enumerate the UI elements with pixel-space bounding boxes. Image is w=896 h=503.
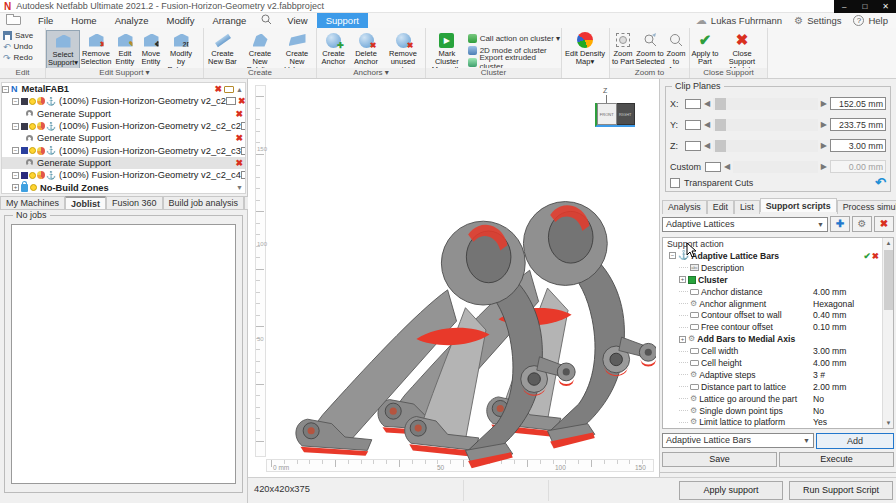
view-cube-right-face[interactable]: RIGHT [617, 103, 636, 125]
clip-slider[interactable] [713, 119, 818, 131]
scroll-down-icon[interactable]: ▼ [883, 418, 894, 428]
arrow-left-icon[interactable]: ◀ [704, 99, 710, 108]
delete-icon[interactable]: ✖ [215, 84, 223, 94]
tab-process-simulation[interactable]: Process simulation [837, 200, 896, 214]
view-cube-front-face[interactable]: FRONT [597, 103, 617, 125]
arrow-right-icon[interactable]: ▶ [821, 141, 827, 150]
reset-clip-icon[interactable]: ↶ [875, 178, 886, 188]
tree-row-root[interactable]: −NMetalFAB1✖▲ [2, 83, 245, 95]
folder-icon[interactable] [224, 86, 234, 93]
expander-icon[interactable]: − [12, 123, 19, 130]
param-value[interactable]: 4.00 mm [813, 287, 846, 297]
viewport-3d[interactable]: 15010050 0 mm50100150 Z FRONT RIGHT [248, 79, 660, 477]
clip-slider[interactable] [713, 98, 818, 110]
support-action-row[interactable]: Distance part to lattice2.00 mm [663, 381, 893, 393]
support-action-row[interactable]: ⚙Lattice go around the partNo [663, 393, 893, 405]
edit-entity-button[interactable]: ✎ Edit Entity [112, 30, 138, 67]
move-entity-button[interactable]: ✥ Move Entity [138, 30, 164, 67]
save-button[interactable]: Save [0, 30, 45, 41]
tab-edit[interactable]: Edit [707, 200, 734, 214]
remove-cross-icon[interactable]: ✖ [872, 251, 879, 261]
zoom-to-part-button[interactable]: Zoom to Part [610, 30, 636, 67]
param-value[interactable]: No [813, 394, 824, 404]
orientation-indicator[interactable]: Z FRONT RIGHT [593, 87, 637, 129]
run-support-script-button[interactable]: Run Support Script [789, 481, 893, 500]
clip-checkbox[interactable] [705, 162, 721, 172]
open-file-icon[interactable] [6, 16, 21, 25]
expander-icon[interactable]: − [12, 98, 19, 105]
param-value[interactable]: Hexagonal [813, 299, 854, 309]
visibility-bulb-icon[interactable] [29, 123, 36, 130]
scroll-up-icon[interactable]: ▲ [883, 238, 894, 248]
param-value[interactable]: 3.00 mm [813, 346, 846, 356]
model-3d-render[interactable] [266, 165, 656, 495]
visibility-bulb-icon[interactable] [29, 147, 36, 154]
expander-icon[interactable]: + [679, 336, 686, 343]
tree-row-part[interactable]: −⚓(100%) Fusion-Horizon-Geometry v2_c2_c… [2, 120, 245, 132]
menu-view[interactable]: View [278, 13, 316, 28]
visibility-bulb-icon[interactable] [29, 98, 36, 105]
search-icon[interactable] [261, 14, 272, 27]
param-value[interactable]: No [813, 406, 824, 416]
minimize-button[interactable]: – [834, 0, 855, 13]
add-script-button[interactable]: ✚ [830, 216, 850, 232]
delete-anchor-button[interactable]: ✖ Delete Anchor [350, 30, 382, 67]
support-action-row[interactable]: ⚙Limit lattice to platformYes [663, 416, 893, 428]
clip-checkbox[interactable] [685, 120, 701, 130]
redo-button[interactable]: ↷Redo [0, 52, 45, 63]
expander-icon[interactable]: − [2, 86, 9, 93]
clip-value-input[interactable]: 152.05 mm [830, 97, 886, 110]
clip-value-input[interactable]: 233.75 mm [830, 118, 886, 131]
edit-density-map-button[interactable]: Edit Density Map▾ [562, 30, 608, 67]
tree-row-part[interactable]: −⚓(100%) Fusion-Horizon-Geometry v2_c2_c… [2, 144, 245, 156]
confirm-check-icon[interactable]: ✔ [864, 251, 871, 261]
tree-row-zones[interactable]: +No-Build Zones▼ [2, 181, 245, 193]
delete-icon[interactable]: ✖ [238, 96, 246, 106]
tab-my-machines[interactable]: My Machines [0, 196, 65, 209]
clip-slider-thumb[interactable] [715, 98, 726, 110]
expander-icon[interactable]: + [12, 184, 19, 191]
support-scrollbar[interactable]: ▲ ▼ [882, 238, 893, 428]
delete-icon[interactable]: ✖ [235, 133, 243, 143]
select-support-button[interactable]: Select Support▾ [46, 30, 80, 69]
clip-slider[interactable] [713, 140, 818, 152]
support-action-row[interactable]: Anchor distance4.00 mm [663, 286, 893, 298]
apply-to-part-button[interactable]: ✔ Apply to Part [690, 30, 720, 67]
clip-value-input[interactable]: 0.00 mm [830, 160, 886, 173]
create-anchor-button[interactable]: ✚ Create Anchor [317, 30, 350, 67]
tab-list[interactable]: List [734, 200, 760, 214]
action-type-dropdown[interactable]: Adaptive Lattice Bars▼ [662, 433, 814, 448]
expander-icon[interactable]: + [679, 276, 686, 283]
param-value[interactable]: 0.40 mm [813, 310, 846, 320]
arrow-left-icon[interactable]: ◀ [704, 141, 710, 150]
call-action-on-cluster-option[interactable]: Call action on cluster ▾ [468, 32, 561, 44]
support-action-row[interactable]: abcDescription [663, 262, 893, 274]
delete-icon[interactable]: ✖ [235, 109, 243, 119]
arrow-left-icon[interactable]: ◀ [704, 120, 710, 129]
menu-support[interactable]: Support [317, 13, 368, 28]
clip-value-input[interactable]: 3.00 mm [830, 139, 886, 152]
part-checkbox[interactable] [241, 147, 246, 155]
part-checkbox[interactable] [241, 122, 246, 130]
menu-analyze[interactable]: Analyze [106, 13, 158, 28]
param-value[interactable]: Yes [813, 417, 827, 427]
maximize-button[interactable]: □ [855, 0, 876, 13]
support-action-row[interactable]: ⚙Single down point tipsNo [663, 405, 893, 417]
help-menu[interactable]: Help [868, 15, 888, 26]
arrow-left-icon[interactable]: ◀ [724, 162, 730, 171]
menu-file[interactable]: File [29, 13, 62, 28]
tab-support-scripts[interactable]: Support scripts [760, 198, 837, 212]
clip-checkbox[interactable] [685, 141, 701, 151]
part-checkbox[interactable] [241, 171, 246, 179]
part-checkbox[interactable] [226, 97, 236, 105]
tree-row-support[interactable]: Generate Support✖ [2, 157, 245, 169]
remove-selection-button[interactable]: ✖ Remove Selection [80, 30, 112, 67]
menu-arrange[interactable]: Arrange [203, 13, 255, 28]
execute-script-button[interactable]: Execute [779, 452, 894, 467]
add-button[interactable]: Add [816, 433, 894, 449]
scroll-up-icon[interactable]: ▲ [236, 86, 243, 93]
support-action-row[interactable]: Cell width3.00 mm [663, 345, 893, 357]
support-action-row[interactable]: +Cluster [663, 274, 893, 286]
support-action-row[interactable]: ⚙Anchor alignmentHexagonal [663, 298, 893, 310]
clip-slider-thumb[interactable] [715, 140, 726, 152]
